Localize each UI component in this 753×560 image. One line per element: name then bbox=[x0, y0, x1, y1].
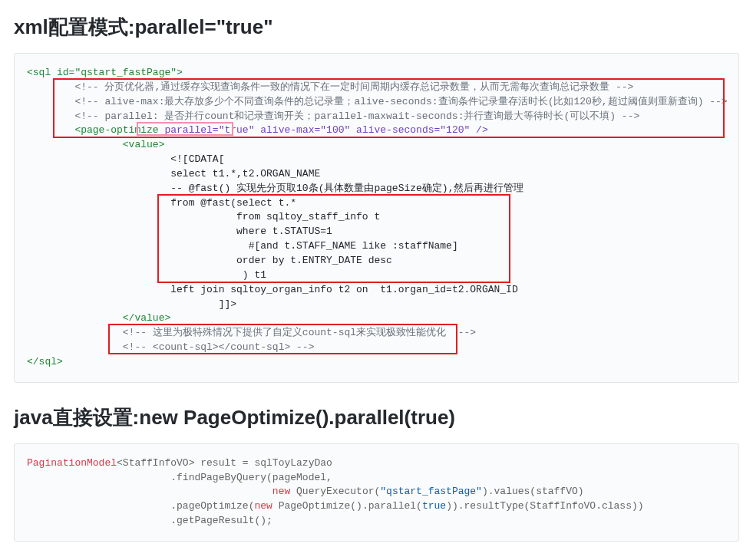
get-page-result: .getPageResult(); bbox=[27, 515, 272, 526]
java-code-pre: PaginationModel<StaffInfoVO> result = sq… bbox=[27, 456, 726, 529]
page-optimize-open: <page-optimize bbox=[27, 124, 164, 136]
xml-code-pre: <sql id="qstart_fastPage"> <!-- 分页优化器,通过… bbox=[27, 66, 726, 370]
true-literal: true bbox=[422, 500, 446, 512]
code-comment-optimizer: <!-- 分页优化器,通过缓存实现查询条件一致的情况下在一定时间周期内缓存总记录… bbox=[27, 81, 633, 93]
pagination-model: PaginationModel bbox=[27, 457, 117, 469]
count-sql-comment-2: <!-- <count-sql></count-sql> --> bbox=[27, 341, 314, 353]
staff-name-cond: #[and t.STAFF_NAME like :staffName] bbox=[27, 240, 458, 252]
sql-id-string: "qstart_fastPage" bbox=[380, 486, 482, 497]
value-open: <value> bbox=[27, 139, 164, 150]
other-attrs: alive-max="100" alive-seconds="120" /> bbox=[254, 124, 487, 136]
select-line: select t1.*,t2.ORGAN_NAME bbox=[27, 168, 320, 180]
fast-comment: -- @fast() 实现先分页取10条(具体数量由pageSize确定),然后… bbox=[27, 183, 523, 194]
new-kw-1: new bbox=[272, 486, 290, 497]
sql-close: </sql> bbox=[27, 356, 63, 367]
page-optimize-open: .pageOptimize( bbox=[27, 500, 254, 512]
xml-mode-heading: xml配置模式:parallel="true" bbox=[14, 14, 739, 41]
find-page: .findPageByQuery(pageModel, bbox=[27, 472, 332, 483]
where-status: where t.STATUS=1 bbox=[27, 226, 332, 237]
code-line: <sql id="qstart_fastPage"> bbox=[27, 67, 183, 78]
code-comment-alive: <!-- alive-max:最大存放多少个不同查询条件的总记录量；alive-… bbox=[27, 96, 728, 107]
indent bbox=[27, 486, 272, 497]
cdata-close: ]]> bbox=[27, 298, 236, 310]
left-join: left join sqltoy_organ_info t2 on t1.org… bbox=[27, 284, 518, 295]
query-executor: QueryExecutor( bbox=[290, 486, 380, 497]
result-decl: <StaffInfoVO> result = sqlToyLazyDao bbox=[117, 457, 332, 469]
parallel-attr: parallel="true" bbox=[164, 124, 254, 136]
count-sql-comment-1: <!-- 这里为极特殊情况下提供了自定义count-sql来实现极致性能优化 -… bbox=[27, 327, 476, 338]
values-call: ).values(staffVO) bbox=[482, 486, 584, 497]
xml-code-block: <sql id="qstart_fastPage"> <!-- 分页优化器,通过… bbox=[14, 53, 739, 383]
close-subquery: ) t1 bbox=[27, 269, 266, 281]
order-by: order by t.ENTRY_DATE desc bbox=[27, 255, 392, 266]
result-type: )).resultType(StaffInfoVO.class)) bbox=[446, 500, 643, 512]
value-close: </value> bbox=[27, 312, 170, 324]
cdata-open: <![CDATA[ bbox=[27, 153, 224, 165]
java-mode-heading: java直接设置:new PageOptimize().parallel(tru… bbox=[14, 404, 739, 431]
from-fast: from @fast(select t.* bbox=[27, 197, 296, 209]
code-comment-parallel: <!-- parallel: 是否并行count和记录查询开关；parallel… bbox=[27, 110, 639, 122]
from-table: from sqltoy_staff_info t bbox=[27, 211, 380, 222]
page-optimize-call: PageOptimize().parallel( bbox=[272, 500, 422, 512]
new-kw-2: new bbox=[254, 500, 272, 512]
java-code-block: PaginationModel<StaffInfoVO> result = sq… bbox=[14, 443, 739, 542]
